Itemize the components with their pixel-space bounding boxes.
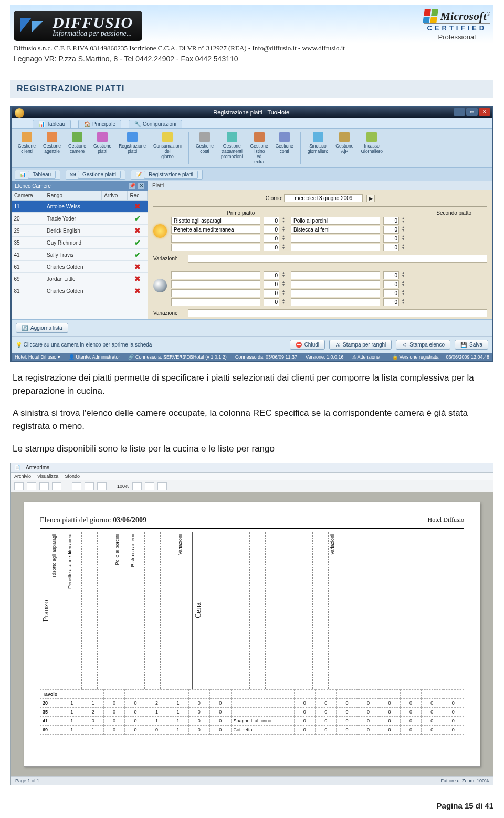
tb-refresh-icon[interactable] bbox=[97, 482, 107, 490]
spinner-icon[interactable]: ▴▾ bbox=[402, 298, 407, 306]
primo-qty-input[interactable] bbox=[264, 271, 279, 279]
spinner-icon[interactable]: ▴▾ bbox=[282, 280, 288, 288]
ribbon-item[interactable]: Gestionetrattamentipromozioni bbox=[219, 132, 245, 159]
secondo-piatto-input[interactable] bbox=[291, 280, 380, 288]
spinner-icon[interactable]: ▴▾ bbox=[402, 244, 407, 251]
secondo-piatto-input[interactable] bbox=[291, 226, 380, 234]
spinner-icon[interactable]: ▴▾ bbox=[282, 244, 288, 251]
menu-archivio[interactable]: Archivio bbox=[14, 474, 31, 479]
spinner-icon[interactable]: ▴▾ bbox=[402, 235, 407, 243]
panel-pin-icon[interactable]: 📌 bbox=[129, 183, 135, 189]
primo-piatto-input[interactable] bbox=[171, 235, 260, 243]
salva-button[interactable]: 💾 Salva bbox=[455, 340, 488, 350]
spinner-icon[interactable]: ▴▾ bbox=[282, 235, 288, 243]
tb-prev-icon[interactable] bbox=[27, 482, 36, 490]
camere-col-header[interactable]: Rec bbox=[128, 191, 148, 201]
doc-tab-registrazione-piatti[interactable]: 📝 Registrazione piatti bbox=[131, 170, 203, 180]
primo-qty-input[interactable] bbox=[264, 217, 279, 225]
secondo-piatto-input[interactable] bbox=[291, 271, 380, 279]
date-next-icon[interactable]: ▶ bbox=[366, 195, 375, 202]
tb-last-icon[interactable] bbox=[52, 482, 61, 490]
primo-qty-input[interactable] bbox=[264, 280, 279, 288]
variazioni-input-dinner[interactable] bbox=[188, 309, 487, 317]
primo-piatto-input[interactable] bbox=[171, 226, 260, 234]
ribbon-item[interactable]: Gestioneconti bbox=[274, 132, 296, 154]
spinner-icon[interactable]: ▴▾ bbox=[402, 289, 407, 297]
secondo-qty-input[interactable] bbox=[383, 244, 399, 251]
secondo-piatto-input[interactable] bbox=[291, 289, 380, 297]
spinner-icon[interactable]: ▴▾ bbox=[282, 271, 288, 279]
ribbon-tab-principale[interactable]: 🏠 Principale bbox=[78, 120, 121, 128]
ribbon-item[interactable]: Gestionecamere bbox=[66, 132, 88, 154]
secondo-piatto-input[interactable] bbox=[291, 235, 380, 243]
camere-row[interactable]: 11Antoine Weiss✖ bbox=[12, 201, 148, 213]
tb-print-icon[interactable] bbox=[72, 482, 81, 490]
ribbon-item[interactable]: Gestionepiatti bbox=[91, 132, 113, 154]
tb-first-icon[interactable] bbox=[14, 482, 24, 490]
camere-row[interactable]: 35Guy Richmond✔ bbox=[12, 237, 148, 249]
ribbon-item[interactable]: Registrazionepiatti bbox=[117, 132, 148, 154]
camere-row[interactable]: 20Tracie Yoder✔ bbox=[12, 213, 148, 225]
spinner-icon[interactable]: ▴▾ bbox=[282, 226, 288, 234]
primo-piatto-input[interactable] bbox=[171, 271, 260, 279]
secondo-qty-input[interactable] bbox=[383, 280, 399, 288]
status-hotel[interactable]: Hotel: Hotel Diffusio ▾ bbox=[15, 354, 60, 360]
primo-qty-input[interactable] bbox=[264, 298, 279, 306]
tb-zoomin-icon[interactable] bbox=[145, 482, 154, 490]
secondo-piatto-input[interactable] bbox=[291, 217, 380, 225]
zoom-value[interactable]: 100% bbox=[117, 484, 129, 489]
menu-sfondo[interactable]: Sfondo bbox=[65, 474, 80, 479]
tb-next-icon[interactable] bbox=[39, 482, 49, 490]
secondo-qty-input[interactable] bbox=[383, 226, 399, 234]
ribbon-tab-configurazioni[interactable]: 🔧 Configurazioni bbox=[129, 120, 182, 128]
ribbon-item[interactable]: Gestioneclienti bbox=[16, 132, 38, 154]
camere-col-header[interactable]: Arrivo bbox=[102, 191, 128, 201]
stampa-elenco-button[interactable]: 🖨 Stampa elenco bbox=[396, 340, 450, 350]
spinner-icon[interactable]: ▴▾ bbox=[402, 271, 407, 279]
camere-row[interactable]: 29Derick English✖ bbox=[12, 225, 148, 237]
close-button[interactable]: ✕ bbox=[479, 108, 490, 116]
primo-piatto-input[interactable] bbox=[171, 280, 260, 288]
secondo-qty-input[interactable] bbox=[383, 271, 399, 279]
camere-row[interactable]: 41Sally Travis✔ bbox=[12, 249, 148, 261]
minimize-button[interactable]: — bbox=[454, 108, 465, 116]
camere-table[interactable]: CameraRangoArrivoRec 11Antoine Weiss✖ 20… bbox=[12, 191, 148, 297]
variazioni-input-lunch[interactable] bbox=[188, 255, 487, 263]
secondo-qty-input[interactable] bbox=[383, 298, 399, 306]
spinner-icon[interactable]: ▴▾ bbox=[282, 217, 288, 225]
menu-visualizza[interactable]: Visualizza bbox=[37, 474, 58, 479]
secondo-qty-input[interactable] bbox=[383, 289, 399, 297]
camere-row[interactable]: 69Jordan Little✖ bbox=[12, 273, 148, 285]
ribbon-item[interactable]: Sinotticogiornaliero bbox=[306, 132, 331, 154]
camere-row[interactable]: 61Charles Golden✖ bbox=[12, 261, 148, 273]
primo-piatto-input[interactable] bbox=[171, 298, 260, 306]
ribbon-item[interactable]: GestioneA|P bbox=[333, 132, 355, 154]
stampa-ranghi-button[interactable]: 🖨 Stampa per ranghi bbox=[329, 340, 392, 350]
primo-qty-input[interactable] bbox=[264, 244, 279, 251]
camere-col-header[interactable]: Camera bbox=[12, 191, 45, 201]
primo-piatto-input[interactable] bbox=[171, 244, 260, 251]
tb-export-icon[interactable] bbox=[85, 482, 94, 490]
ribbon-item[interactable]: Gestioneagenzie bbox=[41, 132, 63, 154]
spinner-icon[interactable]: ▴▾ bbox=[282, 298, 288, 306]
camere-row[interactable]: 81Charles Golden✖ bbox=[12, 285, 148, 297]
tb-zoomout-icon[interactable] bbox=[132, 482, 142, 490]
secondo-qty-input[interactable] bbox=[383, 235, 399, 243]
ribbon-item[interactable]: IncassoGiornaliero bbox=[359, 132, 385, 154]
spinner-icon[interactable]: ▴▾ bbox=[402, 226, 407, 234]
primo-qty-input[interactable] bbox=[264, 289, 279, 297]
aggiorna-lista-button[interactable]: 🔄 Aggiorna lista bbox=[16, 323, 68, 333]
primo-qty-input[interactable] bbox=[264, 235, 279, 243]
ribbon-tab-tableau[interactable]: 📊 Tableau bbox=[33, 120, 71, 128]
spinner-icon[interactable]: ▴▾ bbox=[282, 289, 288, 297]
ribbon-item[interactable]: Consumazionidelgiorno bbox=[151, 132, 184, 159]
primo-piatto-input[interactable] bbox=[171, 217, 260, 225]
maximize-button[interactable]: ▭ bbox=[466, 108, 478, 116]
primo-piatto-input[interactable] bbox=[171, 289, 260, 297]
secondo-piatto-input[interactable] bbox=[291, 244, 380, 251]
secondo-qty-input[interactable] bbox=[383, 217, 399, 225]
tb-search-icon[interactable] bbox=[158, 482, 167, 490]
camere-col-header[interactable]: Rango bbox=[45, 191, 102, 201]
chiudi-button[interactable]: ⛔ Chiudi bbox=[290, 340, 325, 350]
doc-tab-tableau[interactable]: 📊 Tableau bbox=[15, 170, 60, 180]
